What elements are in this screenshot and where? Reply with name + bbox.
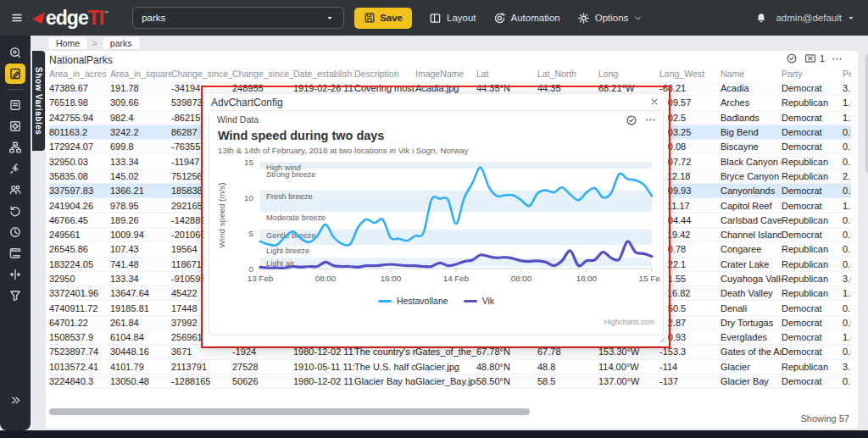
automation-button[interactable]: Automation	[493, 12, 560, 25]
more-options-icon[interactable]	[645, 114, 656, 126]
sidebar-org-chart-icon[interactable]	[5, 137, 25, 158]
adv-chart-modal-outline[interactable]: AdvChartConfig Wind Data Wind speed duri…	[201, 86, 670, 348]
table-cell: Democrat	[782, 141, 843, 152]
column-header[interactable]: Name	[721, 69, 782, 79]
column-header[interactable]: Lat_North	[537, 69, 598, 79]
sidebar-collapse-icon[interactable]	[0, 394, 31, 407]
sidebar-undo-icon[interactable]	[5, 201, 25, 221]
table-cell: Carlsbad Caverns	[721, 215, 782, 225]
table-cell: 242755.94	[49, 113, 110, 123]
highcharts-credit[interactable]: Highcharts.com	[604, 318, 654, 326]
table-cell: -1924	[232, 347, 293, 357]
column-header[interactable]: Date_establish...	[293, 69, 354, 79]
horizontal-scrollbar[interactable]	[49, 408, 846, 415]
table-cell: 0.73	[843, 376, 851, 386]
check-circle-icon[interactable]	[626, 114, 637, 126]
chart-title: Wind speed during two days	[218, 129, 384, 142]
table-cell: 32950	[49, 274, 110, 284]
table-cell: Everglades	[721, 332, 782, 342]
x-tick-label: 08:00	[315, 274, 337, 283]
column-header[interactable]: Long	[598, 69, 659, 79]
sidebar-history-icon[interactable]	[5, 222, 25, 242]
table-cell: Cuyahoga Valley	[721, 274, 782, 284]
column-header[interactable]: Long_West	[659, 69, 721, 79]
table-cell: 19185.81	[110, 303, 171, 313]
legend-item[interactable]: Vik	[464, 296, 494, 306]
panel-title: NationalParks	[49, 54, 113, 66]
breadcrumb-parks[interactable]: parks	[102, 36, 141, 50]
table-cell: -153.3	[659, 347, 721, 357]
table-header-row: Area_in_acresArea_in_square...Change_sin…	[49, 66, 851, 81]
legend-item[interactable]: Hestavollane	[378, 296, 448, 306]
resize-handle-icon[interactable]	[657, 335, 666, 344]
horizontal-scrollbar-thumb[interactable]	[49, 408, 530, 415]
sidebar-script-icon[interactable]	[5, 243, 25, 263]
sidebar-merge-icon[interactable]	[5, 264, 25, 285]
table-cell: 1980-12-02 11:00	[293, 376, 354, 386]
table-cell: 76518.98	[49, 97, 110, 108]
sidebar-users-icon[interactable]	[5, 180, 25, 200]
sidebar-page-edit-icon[interactable]	[5, 64, 25, 84]
breadcrumb-home[interactable]: Home	[47, 36, 88, 50]
column-header[interactable]: Percent	[843, 69, 851, 79]
table-cell: Gates_of_the_Arctic.jpg	[415, 347, 476, 357]
table-row[interactable]: 3224840.313050.48-1288165506261980-12-02…	[49, 374, 851, 389]
sidebar-plug-icon[interactable]	[5, 158, 25, 179]
notifications-bell-icon[interactable]	[755, 12, 767, 24]
table-cell: 172924.07	[49, 141, 110, 152]
menu-icon[interactable]	[10, 11, 24, 25]
close-icon[interactable]	[649, 97, 659, 107]
table-row[interactable]: 1013572.414101.792113791275281910-05-11 …	[49, 360, 851, 374]
column-header[interactable]: Area_in_square...	[110, 69, 171, 79]
legend-label: Vik	[482, 296, 494, 306]
table-cell: 27528	[232, 362, 293, 372]
table-cell: 0.29	[843, 157, 851, 167]
column-header[interactable]: Lat	[476, 69, 537, 79]
table-cell: 32950.03	[49, 157, 110, 167]
table-cell: Democrat	[782, 332, 843, 342]
sidebar-form-icon[interactable]	[5, 95, 25, 115]
show-variables-tab[interactable]: Show Variables	[32, 51, 45, 151]
column-header[interactable]: Area_in_acres	[49, 69, 110, 79]
column-header[interactable]: Change_since_...	[232, 69, 293, 79]
column-header[interactable]: ImageName	[415, 69, 476, 79]
table-cell: Republican	[782, 244, 843, 254]
y-tick-label: 10	[244, 193, 253, 202]
table-cell: 1.31	[843, 113, 851, 123]
table-cell: 1.42	[843, 332, 851, 342]
check-circle-icon[interactable]	[786, 53, 798, 64]
sidebar-widget-gear-icon[interactable]	[5, 116, 25, 136]
panel-toolbar: 1	[786, 53, 843, 64]
table-cell: Republican	[782, 259, 843, 269]
table-cell: 0.45	[843, 230, 851, 240]
save-button[interactable]: Save	[354, 8, 412, 29]
y-tick-label: 15	[244, 158, 253, 167]
sidebar-preview-icon[interactable]	[5, 42, 25, 63]
column-header[interactable]: Description	[354, 69, 415, 79]
layout-button[interactable]: Layout	[429, 12, 476, 25]
table-cell: Democrat	[782, 83, 843, 93]
table-cell: 3224840.3	[49, 376, 110, 386]
table-cell: Democrat	[782, 318, 843, 328]
table-cell: 3242.2	[110, 127, 171, 137]
save-icon	[364, 12, 376, 24]
table-cell: Republican	[782, 97, 843, 108]
more-options-icon[interactable]	[832, 53, 843, 64]
user-menu[interactable]: admin@default	[776, 13, 856, 23]
table-row[interactable]: 1217403.324926.669630917639651919-02-26 …	[49, 389, 851, 390]
table-cell: 249561	[49, 230, 110, 240]
variables-box-icon[interactable]	[804, 53, 816, 64]
column-header[interactable]: Party	[782, 69, 843, 79]
sidebar-funnel-icon[interactable]	[5, 286, 25, 306]
column-header[interactable]: Change_since_...	[171, 69, 232, 79]
workspace-select[interactable]: parks	[132, 7, 344, 29]
table-cell: 982.4	[110, 113, 171, 123]
table-cell: 241904.26	[49, 201, 110, 211]
options-button[interactable]: Options	[577, 12, 643, 25]
table-cell: 58.5	[537, 376, 598, 386]
automation-icon	[493, 12, 506, 25]
table-cell: 1980-12-02 11:00	[293, 347, 354, 357]
modal-header[interactable]: AdvChartConfig	[203, 94, 668, 109]
x-tick-label: 13 Feb	[248, 274, 274, 283]
table-cell: Capitol Reef	[721, 201, 782, 211]
